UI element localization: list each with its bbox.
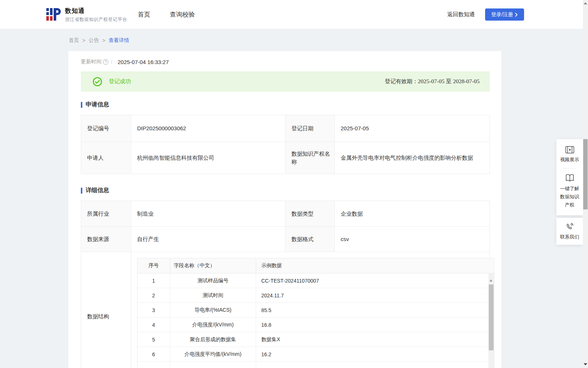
logo[interactable]: 数知通 浙江省数据知识产权登记平台 (46, 6, 127, 24)
industry-label: 所属行业 (81, 201, 131, 226)
col-header-field-name: 字段名称（中文） (170, 258, 256, 273)
scroll-down-icon[interactable] (584, 363, 587, 365)
nav-item-verify[interactable]: 查询校验 (170, 10, 195, 19)
page-scrollbar[interactable] (583, 0, 588, 368)
row-index: 4 (137, 318, 170, 332)
table-row: 1 测试样品编号 CC-TEST-202411070007 (137, 273, 488, 288)
sample-data: CC-TEST-202411070007 (256, 273, 488, 288)
col-header-sample-data: 示例数据 (256, 258, 494, 273)
section-bar-icon (81, 102, 82, 108)
detail-info-table: 所属行业 制造业 数据类型 企业数据 数据来源 自行产生 数据格式 csv 数据… (81, 201, 490, 368)
table-row (137, 362, 488, 368)
video-icon (565, 146, 574, 154)
data-structure-row: 数据结构 序号 字段名称（中文） 示例数据 1 测试样品编号 CC-TEST-2… (81, 252, 490, 368)
login-register-button[interactable]: 登录/注册 (485, 8, 524, 21)
section-bar-icon (81, 188, 82, 194)
validity-label: 登记有效期： (385, 78, 418, 84)
login-register-label: 登录/注册 (491, 11, 513, 18)
video-showcase-button[interactable]: 视频展示 (560, 146, 579, 163)
update-time-value: 2025-07-04 16:33:27 (118, 59, 169, 65)
brand-title: 数知通 (65, 7, 127, 15)
success-check-icon (93, 77, 102, 86)
field-name: 测试样品编号 (170, 273, 256, 288)
validity-value: 2025-07-05 至 2028-07-05 (418, 78, 480, 84)
sample-data: 16.8 (256, 318, 488, 332)
table-row: 4 介电强度/(kV/mm) 16.8 (137, 318, 488, 332)
brand-subtitle: 浙江省数据知识产权登记平台 (65, 17, 127, 23)
update-time-colon: ： (109, 59, 114, 65)
sample-data: 数据集X (256, 332, 488, 347)
data-ip-name-label: 数据知识产权名称 (285, 142, 334, 174)
row-index: 2 (137, 288, 170, 302)
row-index: 3 (137, 303, 170, 317)
reg-date-label: 登记日期 (285, 115, 334, 142)
breadcrumb-item-announcements[interactable]: 公告 (89, 37, 99, 44)
applicant-value: 杭州临尚智能信息科技有限公司 (131, 142, 285, 174)
data-format-label: 数据格式 (285, 227, 334, 252)
table-row: 2 测试时间 2024.11.7 (137, 288, 488, 303)
page-scrollbar-thumb[interactable] (583, 139, 588, 209)
breadcrumb: 首页 > 公告 > 查看详情 (69, 37, 129, 44)
table-row: 所属行业 制造业 数据类型 企业数据 (81, 201, 490, 226)
top-header: 数知通 浙江省数据知识产权登记平台 首页 查询校验 返回数知通 登录/注册 (0, 0, 588, 29)
back-to-portal-link[interactable]: 返回数知通 (447, 11, 475, 18)
data-structure-label: 数据结构 (81, 252, 131, 368)
col-header-index: 序号 (137, 258, 170, 273)
structure-table-body: 1 测试样品编号 CC-TEST-202411070007 2 测试时间 202… (137, 273, 488, 368)
sample-data: 2024.11.7 (256, 288, 488, 302)
section-title-detail: 详细信息 (81, 187, 490, 194)
field-name: 介电强度平均值/(kV/mm) (170, 347, 256, 361)
field-name: 介电强度/(kV/mm) (170, 318, 256, 332)
floating-tools-panel: 视频展示 一键了解 数据知识 产权 (556, 139, 583, 215)
table-row: 3 导电率/(%IACS) 85.5 (137, 303, 488, 318)
book-icon (565, 173, 575, 183)
row-index: 6 (137, 347, 170, 361)
contact-panel: 联系我们 (556, 218, 583, 245)
scroll-up-icon[interactable] (490, 279, 492, 282)
chevron-right-icon (515, 13, 518, 17)
table-row: 数据来源 自行产生 数据格式 csv (81, 226, 490, 252)
structure-table-scrollbar[interactable] (488, 273, 494, 368)
table-row: 登记编号 DIP2025000003062 登记日期 2025-07-05 (81, 115, 490, 142)
applicant-label: 申请人 (81, 142, 131, 174)
scroll-up-icon[interactable] (584, 2, 587, 4)
success-banner: 登记成功 登记有效期：2025-07-05 至 2028-07-05 (81, 71, 490, 92)
breadcrumb-separator: > (102, 38, 105, 43)
field-name: 测试时间 (170, 288, 256, 302)
help-icon[interactable]: ? (103, 59, 108, 65)
structure-scrollbar-thumb[interactable] (489, 284, 494, 350)
sample-data: 85.5 (256, 303, 488, 317)
field-name: 聚合后形成的数据集 (170, 332, 256, 347)
section-detail-label: 详细信息 (86, 187, 109, 194)
contact-us-label: 联系我们 (560, 234, 579, 240)
divider (562, 168, 577, 169)
brand-logo-icon (46, 6, 61, 24)
data-source-label: 数据来源 (81, 227, 131, 252)
row-index: 5 (137, 332, 170, 347)
reg-number-label: 登记编号 (81, 115, 131, 142)
main-card: 更新时间 ? ： 2025-07-04 16:33:27 登记成功 登记有效期：… (68, 51, 501, 368)
breadcrumb-item-home[interactable]: 首页 (69, 37, 79, 44)
apply-info-table: 登记编号 DIP2025000003062 登记日期 2025-07-05 申请… (81, 115, 490, 174)
data-type-label: 数据类型 (285, 201, 334, 226)
contact-us-button[interactable]: 联系我们 (560, 222, 579, 240)
table-row: 5 聚合后形成的数据集 数据集X (137, 332, 488, 347)
breadcrumb-separator: > (82, 38, 85, 43)
row-index: 1 (137, 273, 170, 288)
table-row: 申请人 杭州临尚智能信息科技有限公司 数据知识产权名称 金属外壳导电率对电气控制… (81, 142, 490, 174)
section-title-apply: 申请信息 (81, 102, 490, 108)
learn-data-ip-label: 一键了解 数据知识 产权 (560, 185, 579, 209)
video-showcase-label: 视频展示 (560, 156, 579, 163)
reg-date-value: 2025-07-05 (334, 115, 490, 142)
update-time-label: 更新时间 (81, 59, 101, 65)
page-background: { "colors": { "accent_blue": "#3A6BE0", … (0, 0, 588, 368)
industry-value: 制造业 (131, 201, 285, 226)
learn-data-ip-button[interactable]: 一键了解 数据知识 产权 (560, 173, 579, 209)
data-structure-cell: 序号 字段名称（中文） 示例数据 1 测试样品编号 CC-TEST-202411… (131, 252, 494, 368)
phone-icon (565, 222, 574, 231)
data-source-value: 自行产生 (131, 227, 285, 252)
section-apply-label: 申请信息 (86, 101, 109, 109)
sample-data: 16.2 (256, 347, 488, 361)
structure-table-header: 序号 字段名称（中文） 示例数据 (137, 258, 494, 273)
nav-item-home[interactable]: 首页 (138, 10, 150, 19)
